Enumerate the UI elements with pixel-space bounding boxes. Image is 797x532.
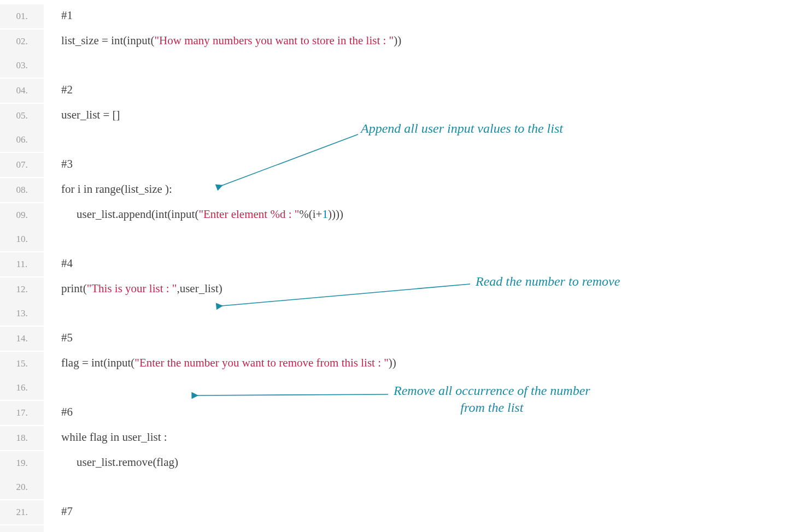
- line-number: 11.: [0, 252, 44, 276]
- code-token: list_size = int(input(: [61, 34, 155, 47]
- code-line: 15.flag = int(input("Enter the number yo…: [0, 351, 797, 376]
- string-token: "Final list : ": [87, 530, 146, 532]
- code-line: 16.: [0, 376, 797, 400]
- code-token: #4: [61, 257, 73, 270]
- code-token: user_list = []: [61, 108, 120, 121]
- code-token: )): [389, 356, 396, 369]
- code-line: 19.user_list.remove(flag): [0, 450, 797, 475]
- code-token: user_list.append(int(input(: [77, 208, 198, 221]
- line-number: 12.: [0, 277, 44, 302]
- code-line: 07.#3: [0, 152, 797, 177]
- code-line: 17.#6: [0, 400, 797, 425]
- code-token: while flag in user_list :: [61, 430, 167, 444]
- line-number: 19.: [0, 451, 44, 475]
- code-content: #4: [44, 251, 73, 275]
- line-number: 13.: [0, 302, 44, 326]
- line-number: 04.: [0, 79, 44, 103]
- code-content: user_list = []: [44, 103, 120, 127]
- code-line: 18.while flag in user_list :: [0, 425, 797, 450]
- code-token: #3: [61, 157, 73, 170]
- code-content: while flag in user_list :: [44, 425, 167, 449]
- code-content: user_list.append(int(input("Enter elemen…: [44, 202, 343, 226]
- code-token: )))): [328, 208, 343, 221]
- line-number: 03.: [0, 54, 44, 78]
- code-line: 13.: [0, 302, 797, 326]
- line-number: 21.: [0, 500, 44, 524]
- code-line: 08.for i in range(list_size ):: [0, 177, 797, 202]
- code-line: 01.#1: [0, 3, 797, 28]
- code-line: 11.#4: [0, 251, 797, 276]
- line-number: 22.: [0, 525, 44, 532]
- string-token: "This is your list : ": [87, 282, 177, 295]
- code-token: user_list.remove(flag): [77, 456, 178, 469]
- code-block: 01.#102.list_size = int(input("How many …: [0, 0, 797, 532]
- code-token: #6: [61, 405, 73, 418]
- string-token: "Enter element %d : ": [198, 208, 299, 221]
- line-number: 16.: [0, 376, 44, 400]
- code-line: 09.user_list.append(int(input("Enter ele…: [0, 202, 797, 227]
- code-line: 14.#5: [0, 326, 797, 351]
- line-number: 20.: [0, 475, 44, 499]
- code-token: print(: [61, 530, 87, 532]
- code-token: for i in range(list_size ):: [61, 182, 172, 196]
- code-token: #1: [61, 9, 73, 22]
- code-line: 02.list_size = int(input("How many numbe…: [0, 28, 797, 54]
- code-line: 20.: [0, 475, 797, 499]
- line-number: 05.: [0, 104, 44, 128]
- code-line: 12.print("This is your list : ",user_lis…: [0, 276, 797, 302]
- string-token: "Enter the number you want to remove fro…: [134, 356, 388, 369]
- line-number: 08.: [0, 178, 44, 202]
- code-content: #6: [44, 400, 73, 424]
- code-token: print(: [61, 282, 87, 295]
- code-token: #2: [61, 83, 73, 96]
- code-token: #5: [61, 331, 73, 344]
- string-token: "How many numbers you want to store in t…: [155, 34, 394, 47]
- code-line: 21.#7: [0, 499, 797, 524]
- line-number: 14.: [0, 327, 44, 351]
- code-token: #7: [61, 505, 73, 518]
- code-line: 10.: [0, 227, 797, 251]
- code-token: ,user_list): [145, 530, 191, 532]
- line-number: 01.: [0, 4, 44, 28]
- line-number: 15.: [0, 352, 44, 376]
- line-number: 07.: [0, 153, 44, 177]
- number-token: 1: [322, 208, 328, 221]
- line-number: 17.: [0, 401, 44, 425]
- code-line: 22.print("Final list : ",user_list): [0, 524, 797, 532]
- line-number: 02.: [0, 29, 44, 54]
- line-number: 10.: [0, 227, 44, 251]
- code-content: #3: [44, 152, 73, 176]
- code-line: 03.: [0, 54, 797, 78]
- code-content: print("Final list : ",user_list): [44, 524, 191, 532]
- code-line: 04.#2: [0, 78, 797, 103]
- code-content: flag = int(input("Enter the number you w…: [44, 351, 396, 375]
- code-token: ,user_list): [177, 282, 222, 295]
- code-content: for i in range(list_size ):: [44, 177, 172, 201]
- code-content: print("This is your list : ",user_list): [44, 276, 222, 300]
- line-number: 18.: [0, 426, 44, 450]
- code-content: #2: [44, 78, 73, 102]
- code-token: )): [394, 34, 401, 47]
- code-content: list_size = int(input("How many numbers …: [44, 28, 401, 52]
- line-number: 06.: [0, 128, 44, 152]
- code-content: #5: [44, 326, 73, 350]
- code-content: user_list.remove(flag): [44, 450, 178, 474]
- code-content: #1: [44, 3, 73, 27]
- code-line: 05.user_list = []: [0, 103, 797, 128]
- line-number: 09.: [0, 203, 44, 227]
- code-token: flag = int(input(: [61, 356, 134, 369]
- code-token: %(i+: [299, 208, 322, 221]
- code-line: 06.: [0, 128, 797, 152]
- code-content: #7: [44, 499, 73, 523]
